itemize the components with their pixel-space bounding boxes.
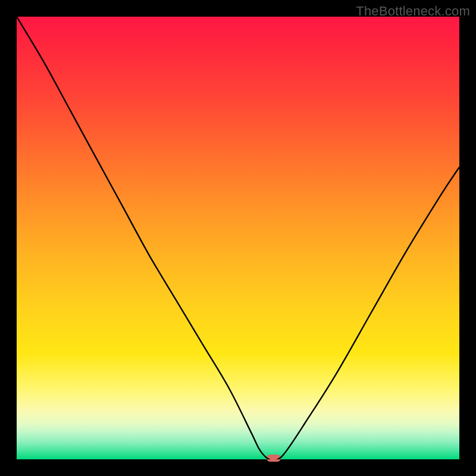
watermark-text: TheBottleneck.com [356,4,470,19]
curve-path [17,17,459,459]
bottleneck-curve [17,17,459,459]
plot-area [17,17,459,459]
chart-frame: TheBottleneck.com [0,0,476,476]
